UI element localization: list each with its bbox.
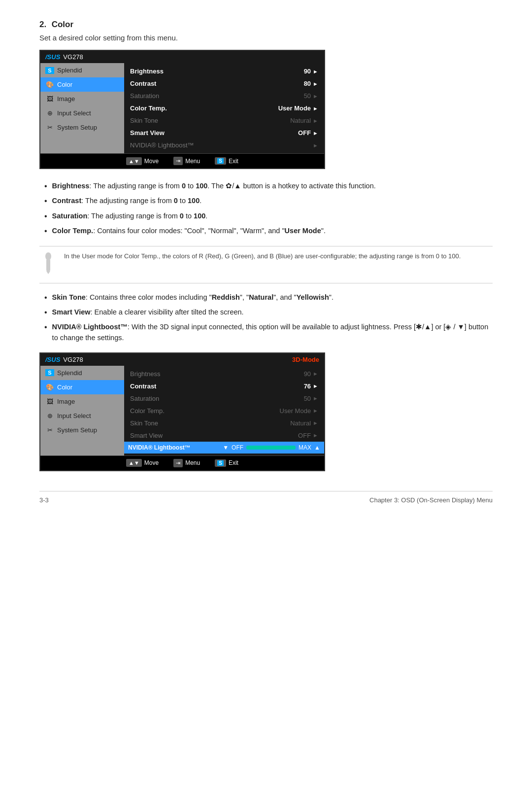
osd2-system-setup-icon: ✂ [45, 426, 54, 434]
lightboost-value1: ► [313, 142, 318, 148]
osd1-row-brightness: Brightness 90 ► [124, 65, 324, 77]
color-icon: 🎨 [45, 81, 54, 88]
osd2-saturation-value: 50 ► [304, 395, 318, 402]
color-label: Color [57, 81, 72, 88]
exit-label: Exit [229, 158, 238, 165]
bullet-skintone: Skin Tone: Contains three color modes in… [39, 292, 493, 303]
osd1-titlebar: /SUS VG278 [40, 51, 324, 63]
osd2-row-colortemp: Color Temp. User Mode ► [124, 405, 324, 417]
footer-right: Chapter 3: OSD (On-Screen Display) Menu [369, 496, 493, 504]
osd1-model: VG278 [63, 53, 83, 61]
note-text: In the User mode for Color Temp., the co… [64, 251, 461, 261]
sidebar-item-system-setup[interactable]: ✂ System Setup [40, 120, 124, 135]
osd2-move-label: Move [144, 459, 159, 466]
osd1-row-lightboost: NVIDIA® Lightboost™ ► [124, 139, 324, 151]
osd2-main: Brightness 90 ► Contrast 76 ► Saturation… [124, 366, 324, 455]
input-select-label: Input Select [57, 109, 91, 117]
osd2-footer-move: ▲▼ Move [126, 459, 159, 467]
bullet-lightboost: NVIDIA® Lightboost™: With the 3D signal … [39, 322, 493, 344]
osd2-row-contrast: Contrast 76 ► [124, 380, 324, 392]
osd1-footer: ▲▼ Move ⇥ Menu S Exit [40, 153, 324, 168]
system-setup-icon: ✂ [45, 124, 54, 131]
sidebar-item-image[interactable]: 🖼 Image [40, 92, 124, 106]
page-footer: 3-3 Chapter 3: OSD (On-Screen Display) M… [39, 491, 493, 504]
contrast-label: Contrast [130, 80, 194, 87]
osd2-color-label: Color [57, 384, 72, 391]
osd2-sidebar-system-setup[interactable]: ✂ System Setup [40, 423, 124, 437]
image-icon: 🖼 [45, 95, 54, 103]
menu-label: Menu [185, 158, 200, 165]
lightboost-off-label: OFF [232, 444, 243, 451]
osd2-brand-asus: /SUS [45, 356, 60, 363]
osd1-brand: /SUS VG278 [45, 53, 83, 61]
skintone-label: Skin Tone [130, 117, 194, 124]
lightboost-bar [246, 446, 296, 450]
skintone-bullet-text: Skin Tone: Contains three color modes in… [52, 292, 333, 303]
input-select-icon: ⊕ [45, 109, 54, 117]
osd2-sidebar: S Splendid 🎨 Color 🖼 Image ⊕ Input Selec… [40, 366, 124, 455]
osd2-mode-3d: 3D-Mode [292, 356, 319, 363]
osd-panel-1: /SUS VG278 S Splendid 🎨 Color 🖼 Image ⊕ … [39, 50, 325, 169]
osd2-contrast-value: 76 ► [304, 383, 318, 390]
sidebar-item-color[interactable]: 🎨 Color [40, 77, 124, 92]
move-icon: ▲▼ [126, 157, 142, 165]
svg-point-0 [45, 252, 51, 260]
osd2-row-skintone: Skin Tone Natural ► [124, 417, 324, 429]
sidebar-item-splendid[interactable]: S Splendid [40, 63, 124, 77]
osd2-sidebar-image[interactable]: 🖼 Image [40, 394, 124, 409]
osd2-contrast-label: Contrast [130, 383, 194, 390]
system-setup-label: System Setup [57, 124, 97, 131]
move-label: Move [144, 158, 159, 165]
osd2-colortemp-value: User Mode ► [280, 407, 318, 415]
osd2-body: S Splendid 🎨 Color 🖼 Image ⊕ Input Selec… [40, 366, 324, 455]
osd2-row-saturation: Saturation 50 ► [124, 392, 324, 405]
osd2-footer-menu: ⇥ Menu [173, 459, 200, 467]
osd1-footer-exit: S Exit [215, 157, 238, 165]
note-icon [39, 252, 57, 278]
osd2-skintone-label: Skin Tone [130, 419, 194, 427]
osd2-skintone-value: Natural ► [290, 419, 318, 427]
osd2-saturation-label: Saturation [130, 395, 194, 402]
note-box: In the User mode for Color Temp., the co… [39, 246, 493, 283]
osd2-sidebar-input-select[interactable]: ⊕ Input Select [40, 409, 124, 423]
lightboost-max-label: MAX [299, 444, 311, 451]
skintone-value: Natural ► [290, 117, 318, 124]
osd2-brightness-value: 90 ► [304, 370, 318, 378]
osd2-sidebar-splendid[interactable]: S Splendid [40, 366, 124, 380]
osd2-smartview-value: OFF ► [298, 432, 318, 439]
contrast-value: 80 ► [304, 80, 318, 87]
osd2-input-select-label: Input Select [57, 412, 91, 419]
smartview-label: Smart View [130, 129, 194, 137]
osd2-exit-icon: S [215, 459, 226, 467]
intro-text: Set a desired color setting from this me… [39, 34, 493, 42]
osd2-image-label: Image [57, 398, 75, 405]
osd2-row-lightboost[interactable]: NVIDIA® Lightboost™ ▼ OFF MAX ▲ [124, 442, 324, 453]
osd2-lightboost-label: NVIDIA® Lightboost™ [128, 444, 191, 451]
osd2-brightness-label: Brightness [130, 370, 194, 378]
osd1-brand-asus: /SUS [45, 53, 60, 61]
saturation-value: 50 ► [304, 92, 318, 100]
saturation-label: Saturation [130, 92, 194, 100]
lightboost-down-arrow: ▼ [223, 444, 229, 451]
splendid-label: Splendid [57, 67, 82, 74]
lightboost-up-arrow: ▲ [314, 444, 320, 451]
osd2-sidebar-color[interactable]: 🎨 Color [40, 380, 124, 394]
menu-icon: ⇥ [173, 157, 183, 165]
osd-panel-2: /SUS VG278 3D-Mode S Splendid 🎨 Color 🖼 … [39, 352, 325, 471]
image-label: Image [57, 95, 75, 103]
osd1-row-skintone: Skin Tone Natural ► [124, 114, 324, 127]
contrast-bullet-text: Contrast: The adjusting range is from 0 … [52, 196, 202, 207]
osd1-main: Brightness 90 ► Contrast 80 ► Saturation… [124, 63, 324, 153]
osd1-row-saturation: Saturation 50 ► [124, 90, 324, 102]
osd2-menu-icon: ⇥ [173, 459, 183, 467]
brightness-value: 90 ► [304, 68, 318, 75]
brightness-bullet-text: Brightness: The adjusting range is from … [52, 181, 376, 192]
saturation-bullet-text: Saturation: The adjusting range is from … [52, 211, 208, 222]
bullet-smartview: Smart View: Enable a clearer visibility … [39, 307, 493, 318]
osd2-input-select-icon: ⊕ [45, 412, 54, 419]
osd2-system-setup-label: System Setup [57, 426, 97, 434]
osd2-lightboost-controls: ▼ OFF MAX ▲ [223, 444, 320, 451]
exit-icon: S [215, 157, 226, 165]
bullet-list-2: Skin Tone: Contains three color modes in… [39, 292, 493, 344]
sidebar-item-input-select[interactable]: ⊕ Input Select [40, 106, 124, 120]
